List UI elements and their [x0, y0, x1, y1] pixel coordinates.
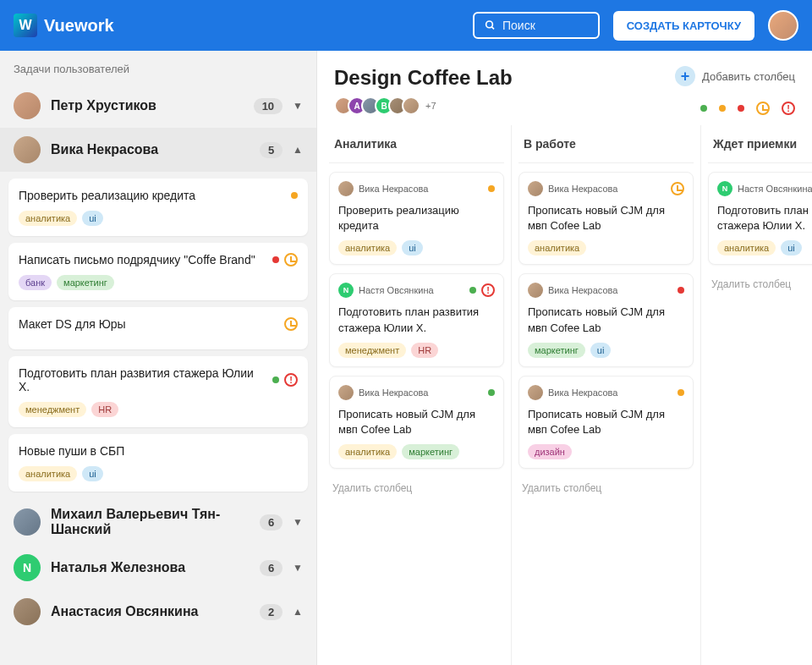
tag[interactable]: дизайн	[528, 444, 572, 459]
status-dot-green	[272, 376, 279, 383]
search-box[interactable]	[473, 12, 600, 39]
assignee-name: Вика Некрасова	[548, 387, 672, 398]
task-count-badge: 10	[254, 98, 283, 114]
task-title: Написать письмо подрядчику "Coffe Brand"	[19, 253, 266, 267]
kanban-card[interactable]: Вика Некрасова Прописать новый CJM для м…	[518, 376, 694, 469]
tag[interactable]: ui	[82, 211, 103, 226]
alert-icon[interactable]: !	[782, 102, 795, 115]
members-row[interactable]: A B +7	[334, 96, 513, 115]
current-user-avatar[interactable]	[768, 10, 798, 41]
members-more[interactable]: +7	[425, 101, 436, 111]
tag[interactable]: ui	[402, 240, 423, 256]
tag[interactable]: аналитика	[19, 466, 77, 481]
tag[interactable]: ui	[82, 466, 103, 481]
plus-icon: +	[675, 66, 695, 86]
tag[interactable]: HR	[91, 402, 118, 417]
sidebar-task-card[interactable]: Проверить реализацию кредита аналитикаui	[8, 179, 308, 236]
user-name: Петр Хрустиков	[51, 98, 244, 113]
user-name: Вика Некрасова	[51, 142, 250, 157]
task-title: Новые пуши в СБП	[19, 444, 291, 458]
sidebar-task-card[interactable]: Новые пуши в СБП аналитикаui	[8, 434, 308, 492]
status-dot-green	[469, 287, 476, 294]
tag[interactable]: менеджмент	[19, 402, 86, 417]
status-dot-green[interactable]	[700, 105, 707, 112]
tag[interactable]: аналитика	[528, 240, 586, 256]
board-header: Design Coffee Lab A B +7 + Добавить стол…	[317, 51, 812, 125]
topbar: W Vuework СОЗДАТЬ КАРТОЧКУ	[0, 0, 812, 51]
sidebar-task-card[interactable]: Макет DS для Юры	[8, 307, 308, 349]
card-title: Прописать новый CJM для мвп Cofee Lab	[528, 203, 684, 234]
status-dot-red	[272, 256, 279, 263]
sidebar-task-card[interactable]: Написать письмо подрядчику "Coffe Brand"…	[8, 243, 308, 300]
task-count-badge: 6	[260, 560, 283, 576]
tag[interactable]: ui	[590, 343, 612, 358]
delete-column-link[interactable]: Удалить столбец	[329, 477, 504, 499]
sidebar-user-row[interactable]: Анастасия Овсянкина 2 ▲	[0, 590, 316, 634]
main-board: Design Coffee Lab A B +7 + Добавить стол…	[317, 51, 812, 665]
clock-icon[interactable]	[756, 102, 770, 115]
avatar	[14, 598, 41, 625]
status-dot-red	[678, 287, 684, 294]
kanban-card[interactable]: N Настя Овсянкина Подготовить план разви…	[708, 172, 812, 265]
kanban-card[interactable]: Вика Некрасова Прописать новый CJM для м…	[518, 172, 694, 265]
status-legend: !	[700, 102, 795, 115]
tag[interactable]: маркетинг	[528, 343, 585, 358]
assignee-name: Настя Овсянкина	[359, 285, 464, 295]
tag[interactable]: аналитика	[338, 240, 397, 256]
assignee-name: Вика Некрасова	[359, 387, 483, 398]
tag[interactable]: аналитика	[19, 211, 77, 226]
user-name: Анастасия Овсянкина	[51, 604, 250, 619]
brand-name: Vuework	[44, 16, 114, 36]
status-dot-red[interactable]	[738, 105, 744, 112]
clock-icon	[284, 317, 298, 331]
board-column: Аналитика Вика Некрасова Проверить реали…	[322, 125, 512, 665]
sidebar-user-row[interactable]: Вика Некрасова 5 ▲	[0, 128, 316, 172]
logo[interactable]: W Vuework	[14, 14, 114, 37]
card-title: Прописать новый CJM для мвп Cofee Lab	[528, 407, 684, 437]
sidebar: Задачи пользователей Петр Хрустиков 10 ▼…	[0, 51, 317, 665]
chevron-up-icon[interactable]: ▲	[293, 144, 303, 156]
delete-column-link[interactable]: Удалить столбец	[708, 273, 812, 295]
sidebar-user-row[interactable]: N Наталья Железнова 6 ▼	[0, 546, 316, 590]
delete-column-link[interactable]: Удалить столбец	[518, 477, 694, 499]
tag[interactable]: аналитика	[338, 444, 397, 459]
tag[interactable]: аналитика	[717, 240, 776, 256]
kanban-card[interactable]: Вика Некрасова Проверить реализацию кред…	[329, 172, 504, 265]
sidebar-user-row[interactable]: Михаил Валерьевич Тян-Шанский 6 ▼	[0, 498, 316, 546]
tag[interactable]: HR	[411, 343, 438, 358]
card-title: Проверить реализацию кредита	[338, 203, 495, 234]
user-name: Наталья Железнова	[51, 560, 250, 575]
search-input[interactable]	[502, 19, 588, 32]
task-count-badge: 5	[260, 142, 283, 158]
assignee-avatar	[528, 385, 543, 400]
chevron-down-icon[interactable]: ▼	[293, 562, 303, 574]
kanban-card[interactable]: N Настя Овсянкина ! Подготовить план раз…	[329, 273, 504, 366]
add-column-label: Добавить столбец	[702, 70, 795, 83]
task-title: Проверить реализацию кредита	[19, 189, 284, 202]
kanban-card[interactable]: Вика Некрасова Прописать новый CJM для м…	[329, 376, 504, 469]
sidebar-task-card[interactable]: Подготовить план развития стажера Юлии Х…	[8, 356, 308, 427]
tag[interactable]: маркетинг	[57, 275, 114, 290]
status-dot-orange	[291, 192, 298, 199]
status-dot-orange[interactable]	[719, 105, 726, 112]
assignee-avatar	[528, 283, 543, 298]
sidebar-user-row[interactable]: Петр Хрустиков 10 ▼	[0, 84, 316, 128]
chevron-up-icon[interactable]: ▲	[293, 606, 303, 618]
tag[interactable]: менеджмент	[338, 343, 406, 358]
user-name: Михаил Валерьевич Тян-Шанский	[51, 507, 250, 537]
assignee-avatar	[338, 181, 354, 196]
svg-point-0	[486, 21, 492, 28]
avatar	[14, 92, 41, 119]
create-card-button[interactable]: СОЗДАТЬ КАРТОЧКУ	[613, 11, 754, 41]
avatar	[14, 508, 41, 536]
tag[interactable]: банк	[19, 275, 52, 290]
kanban-card[interactable]: Вика Некрасова Прописать новый CJM для м…	[518, 273, 694, 366]
tag[interactable]: маркетинг	[402, 444, 459, 459]
chevron-down-icon[interactable]: ▼	[293, 100, 303, 112]
tag[interactable]: ui	[781, 240, 802, 256]
member-avatar[interactable]	[402, 96, 420, 115]
chevron-down-icon[interactable]: ▼	[293, 516, 303, 528]
alert-icon: !	[481, 283, 495, 297]
add-column-button[interactable]: + Добавить столбец	[675, 66, 795, 86]
assignee-avatar: N	[338, 283, 354, 298]
